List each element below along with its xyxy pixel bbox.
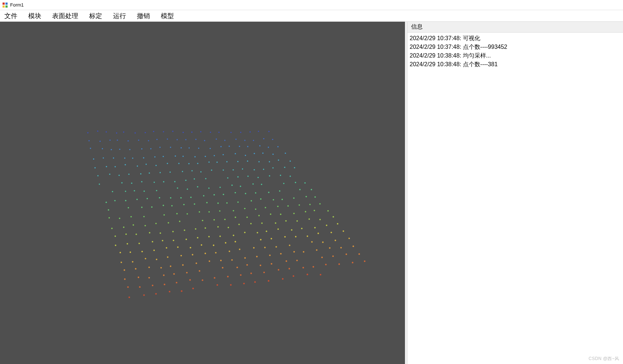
- svg-point-296: [156, 259, 157, 260]
- svg-point-137: [258, 177, 259, 178]
- svg-point-378: [243, 283, 244, 284]
- svg-point-340: [237, 267, 238, 268]
- svg-point-353: [164, 284, 165, 285]
- svg-point-38: [224, 140, 225, 141]
- svg-point-153: [252, 183, 254, 185]
- svg-point-186: [217, 203, 219, 204]
- svg-point-242: [205, 227, 206, 229]
- svg-point-134: [227, 177, 229, 179]
- svg-point-222: [202, 220, 203, 221]
- svg-point-117: [233, 169, 234, 171]
- menu-module[interactable]: 模块: [28, 10, 42, 22]
- svg-point-151: [231, 185, 233, 186]
- svg-point-12: [163, 131, 164, 132]
- menu-run[interactable]: 运行: [112, 10, 127, 22]
- svg-point-115: [211, 169, 212, 171]
- menu-calib[interactable]: 标定: [88, 10, 103, 22]
- svg-point-187: [226, 202, 228, 204]
- svg-point-318: [196, 262, 197, 264]
- svg-point-20: [240, 132, 241, 133]
- svg-point-265: [244, 232, 246, 233]
- svg-point-31: [156, 139, 158, 140]
- svg-point-203: [199, 211, 200, 213]
- svg-point-219: [155, 223, 157, 224]
- svg-point-18: [218, 132, 219, 133]
- svg-point-156: [295, 182, 296, 183]
- svg-point-243: [217, 226, 219, 228]
- svg-point-334: [149, 277, 150, 278]
- svg-point-283: [225, 242, 226, 244]
- svg-point-239: [172, 231, 174, 232]
- svg-point-362: [278, 269, 279, 271]
- svg-point-66: [113, 157, 114, 158]
- svg-point-157: [304, 182, 306, 184]
- svg-point-83: [285, 153, 286, 154]
- svg-point-126: [131, 182, 133, 184]
- svg-point-282: [213, 245, 214, 246]
- svg-point-379: [254, 281, 256, 283]
- svg-point-207: [244, 208, 246, 209]
- svg-point-73: [183, 156, 184, 157]
- svg-point-152: [240, 186, 241, 187]
- svg-point-48: [129, 149, 130, 150]
- svg-point-226: [246, 216, 248, 218]
- svg-point-291: [331, 232, 332, 233]
- svg-point-238: [160, 232, 161, 234]
- svg-point-104: [97, 175, 99, 177]
- svg-point-248: [275, 222, 276, 224]
- svg-point-338: [199, 270, 200, 272]
- svg-point-133: [205, 178, 206, 179]
- info-panel: 信息 2024/2/29 10:37:48: 可视化 2024/2/29 10:…: [407, 22, 623, 364]
- svg-point-260: [185, 238, 187, 240]
- svg-point-370: [129, 296, 130, 298]
- svg-point-33: [176, 139, 177, 140]
- svg-point-249: [285, 220, 287, 221]
- svg-point-220: [168, 222, 169, 224]
- svg-point-314: [149, 267, 150, 268]
- svg-point-231: [305, 211, 306, 212]
- svg-point-162: [147, 198, 148, 199]
- svg-point-177: [108, 209, 109, 211]
- svg-point-142: [125, 191, 126, 192]
- svg-point-8: [123, 131, 124, 132]
- menu-surface[interactable]: 表面处理: [51, 10, 79, 22]
- svg-point-337: [186, 272, 188, 273]
- titlebar: Form1: [0, 0, 623, 10]
- svg-point-98: [237, 161, 238, 162]
- svg-point-10: [145, 132, 146, 133]
- svg-point-343: [271, 263, 272, 264]
- svg-point-324: [269, 254, 271, 256]
- menu-undo[interactable]: 撤销: [136, 10, 151, 22]
- svg-point-46: [111, 149, 112, 150]
- svg-point-88: [137, 165, 138, 166]
- menu-file[interactable]: 文件: [4, 10, 18, 22]
- svg-point-215: [111, 228, 113, 229]
- svg-point-167: [203, 195, 205, 196]
- svg-point-17: [210, 132, 211, 133]
- svg-point-227: [258, 215, 260, 216]
- svg-point-306: [276, 246, 277, 247]
- svg-point-13: [172, 131, 173, 132]
- svg-point-84: [95, 167, 96, 168]
- svg-point-58: [229, 146, 230, 147]
- viewport-3d[interactable]: [0, 22, 405, 364]
- menu-model[interactable]: 模型: [160, 10, 175, 22]
- svg-point-284: [235, 241, 236, 242]
- svg-point-312: [124, 269, 125, 271]
- svg-point-210: [277, 206, 279, 207]
- svg-rect-2: [3, 5, 5, 8]
- svg-point-376: [217, 284, 218, 285]
- svg-point-264: [233, 234, 234, 236]
- svg-point-271: [314, 227, 315, 228]
- svg-point-357: [214, 277, 215, 279]
- svg-point-263: [219, 236, 221, 237]
- svg-point-359: [240, 274, 242, 276]
- svg-point-70: [154, 156, 155, 157]
- svg-point-346: [321, 257, 323, 258]
- svg-point-185: [206, 202, 208, 203]
- svg-point-161: [137, 199, 138, 200]
- svg-point-28: [127, 140, 129, 141]
- svg-point-301: [215, 252, 217, 253]
- svg-point-16: [200, 131, 201, 132]
- svg-point-237: [149, 232, 150, 233]
